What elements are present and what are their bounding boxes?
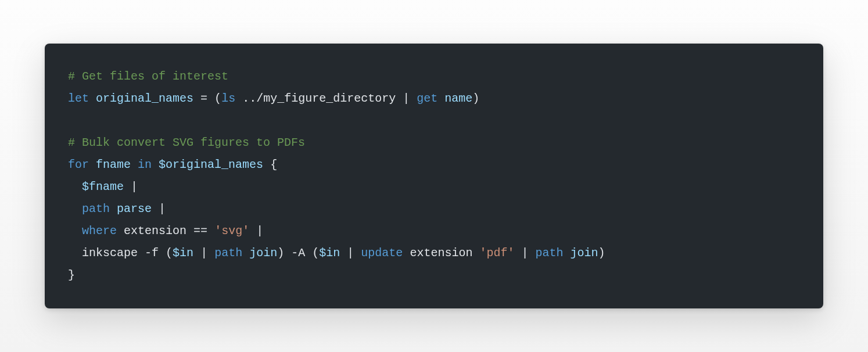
token-string-svg: 'svg': [214, 224, 249, 238]
token-join: join: [249, 246, 277, 260]
token-rparen: ): [598, 246, 605, 260]
token-path: path: [82, 202, 110, 215]
token-fname: fname: [96, 158, 131, 171]
token-pipe: |: [200, 246, 207, 260]
token-pipe: |: [403, 92, 410, 105]
token-update: update: [361, 246, 403, 260]
token-pipe: |: [347, 246, 354, 260]
code-block: # Get files of interest let original_nam…: [45, 44, 823, 308]
token-rparen: ): [277, 246, 284, 260]
token-eq: =: [200, 92, 207, 105]
token-var-ref: $original_names: [159, 158, 263, 171]
token-parse: parse: [117, 202, 152, 215]
token-pipe: |: [131, 180, 138, 193]
token-ls: ls: [221, 92, 235, 105]
token-rbrace: }: [68, 268, 75, 282]
token-in: in: [138, 158, 152, 171]
token-flag-f: -f: [145, 246, 159, 260]
token-get: get: [417, 92, 437, 105]
token-pipe: |: [521, 246, 528, 260]
token-fname-ref: $fname: [82, 180, 124, 193]
token-extension-word: extension: [124, 224, 186, 238]
token-extension-word: extension: [410, 246, 472, 260]
token-join: join: [571, 246, 598, 260]
token-lparen: (: [166, 246, 173, 260]
token-path: path: [535, 246, 563, 260]
token-path: path: [214, 246, 242, 260]
token-lparen: (: [214, 92, 221, 105]
token-rparen: ): [472, 92, 479, 105]
token-in-var: $in: [319, 246, 340, 260]
code-comment: # Get files of interest: [68, 70, 228, 83]
token-lparen: (: [312, 246, 319, 260]
token-for: for: [68, 158, 89, 171]
token-var-original-names: original_names: [96, 92, 193, 105]
token-name: name: [444, 92, 472, 105]
token-path-literal: ../my_figure_directory: [242, 92, 396, 105]
token-flag-a: -A: [291, 246, 305, 260]
token-inkscape: inkscape: [82, 246, 138, 260]
token-pipe: |: [256, 224, 263, 238]
code-comment: # Bulk convert SVG figures to PDFs: [68, 136, 305, 149]
token-let: let: [68, 92, 89, 105]
token-lbrace: {: [270, 158, 277, 171]
token-where: where: [82, 224, 117, 238]
token-pipe: |: [159, 202, 166, 215]
token-in-var: $in: [173, 246, 193, 260]
token-eqeq: ==: [193, 224, 207, 238]
token-string-pdf: 'pdf': [479, 246, 514, 260]
